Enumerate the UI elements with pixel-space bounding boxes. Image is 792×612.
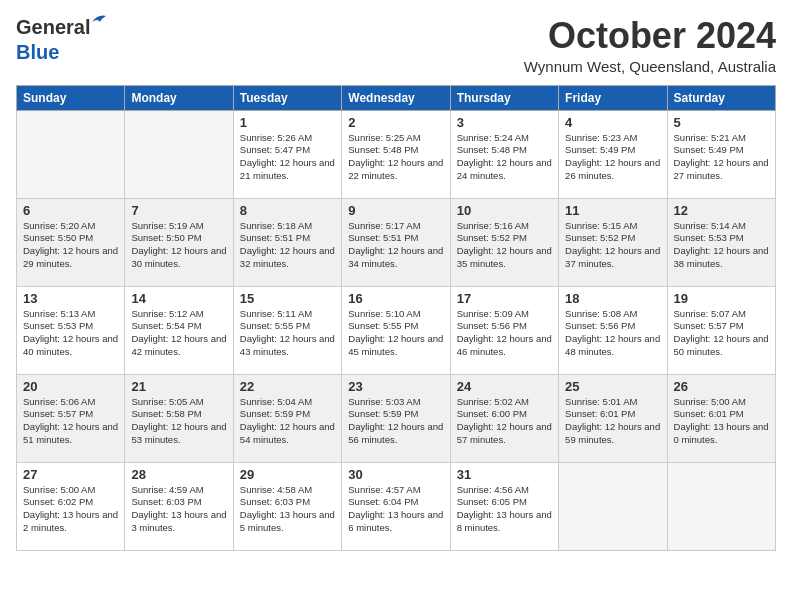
day-cell: 27Sunrise: 5:00 AMSunset: 6:02 PMDayligh… [17, 462, 125, 550]
day-info: Sunrise: 5:17 AMSunset: 5:51 PMDaylight:… [348, 220, 443, 271]
day-info: Sunrise: 5:26 AMSunset: 5:47 PMDaylight:… [240, 132, 335, 183]
day-number: 10 [457, 203, 552, 218]
day-cell: 2Sunrise: 5:25 AMSunset: 5:48 PMDaylight… [342, 110, 450, 198]
day-info: Sunrise: 5:09 AMSunset: 5:56 PMDaylight:… [457, 308, 552, 359]
day-cell: 15Sunrise: 5:11 AMSunset: 5:55 PMDayligh… [233, 286, 341, 374]
day-number: 23 [348, 379, 443, 394]
day-info: Sunrise: 5:18 AMSunset: 5:51 PMDaylight:… [240, 220, 335, 271]
day-info: Sunrise: 4:57 AMSunset: 6:04 PMDaylight:… [348, 484, 443, 535]
day-cell: 12Sunrise: 5:14 AMSunset: 5:53 PMDayligh… [667, 198, 775, 286]
day-info: Sunrise: 5:13 AMSunset: 5:53 PMDaylight:… [23, 308, 118, 359]
day-info: Sunrise: 5:02 AMSunset: 6:00 PMDaylight:… [457, 396, 552, 447]
day-number: 13 [23, 291, 118, 306]
day-number: 19 [674, 291, 769, 306]
col-header-wednesday: Wednesday [342, 85, 450, 110]
day-number: 29 [240, 467, 335, 482]
day-number: 2 [348, 115, 443, 130]
day-info: Sunrise: 5:12 AMSunset: 5:54 PMDaylight:… [131, 308, 226, 359]
day-info: Sunrise: 4:56 AMSunset: 6:05 PMDaylight:… [457, 484, 552, 535]
day-number: 5 [674, 115, 769, 130]
day-cell: 17Sunrise: 5:09 AMSunset: 5:56 PMDayligh… [450, 286, 558, 374]
week-row-3: 13Sunrise: 5:13 AMSunset: 5:53 PMDayligh… [17, 286, 776, 374]
day-number: 28 [131, 467, 226, 482]
day-cell: 18Sunrise: 5:08 AMSunset: 5:56 PMDayligh… [559, 286, 667, 374]
day-number: 27 [23, 467, 118, 482]
col-header-tuesday: Tuesday [233, 85, 341, 110]
day-cell: 4Sunrise: 5:23 AMSunset: 5:49 PMDaylight… [559, 110, 667, 198]
day-cell: 6Sunrise: 5:20 AMSunset: 5:50 PMDaylight… [17, 198, 125, 286]
day-cell: 5Sunrise: 5:21 AMSunset: 5:49 PMDaylight… [667, 110, 775, 198]
page-header: General Blue October 2024 Wynnum West, Q… [16, 16, 776, 75]
location-subtitle: Wynnum West, Queensland, Australia [524, 58, 776, 75]
day-cell: 30Sunrise: 4:57 AMSunset: 6:04 PMDayligh… [342, 462, 450, 550]
day-cell: 21Sunrise: 5:05 AMSunset: 5:58 PMDayligh… [125, 374, 233, 462]
day-cell: 1Sunrise: 5:26 AMSunset: 5:47 PMDaylight… [233, 110, 341, 198]
day-number: 16 [348, 291, 443, 306]
day-cell: 3Sunrise: 5:24 AMSunset: 5:48 PMDaylight… [450, 110, 558, 198]
day-cell [667, 462, 775, 550]
day-info: Sunrise: 5:14 AMSunset: 5:53 PMDaylight:… [674, 220, 769, 271]
day-number: 31 [457, 467, 552, 482]
day-info: Sunrise: 5:20 AMSunset: 5:50 PMDaylight:… [23, 220, 118, 271]
day-cell: 8Sunrise: 5:18 AMSunset: 5:51 PMDaylight… [233, 198, 341, 286]
week-row-1: 1Sunrise: 5:26 AMSunset: 5:47 PMDaylight… [17, 110, 776, 198]
day-cell: 10Sunrise: 5:16 AMSunset: 5:52 PMDayligh… [450, 198, 558, 286]
day-number: 22 [240, 379, 335, 394]
header-row: SundayMondayTuesdayWednesdayThursdayFrid… [17, 85, 776, 110]
day-number: 21 [131, 379, 226, 394]
day-info: Sunrise: 5:10 AMSunset: 5:55 PMDaylight:… [348, 308, 443, 359]
col-header-saturday: Saturday [667, 85, 775, 110]
day-info: Sunrise: 5:05 AMSunset: 5:58 PMDaylight:… [131, 396, 226, 447]
day-number: 11 [565, 203, 660, 218]
day-cell: 28Sunrise: 4:59 AMSunset: 6:03 PMDayligh… [125, 462, 233, 550]
day-cell [17, 110, 125, 198]
day-info: Sunrise: 5:03 AMSunset: 5:59 PMDaylight:… [348, 396, 443, 447]
day-info: Sunrise: 5:04 AMSunset: 5:59 PMDaylight:… [240, 396, 335, 447]
logo-blue-text: Blue [16, 41, 59, 63]
day-number: 8 [240, 203, 335, 218]
day-number: 7 [131, 203, 226, 218]
day-cell: 13Sunrise: 5:13 AMSunset: 5:53 PMDayligh… [17, 286, 125, 374]
day-cell: 25Sunrise: 5:01 AMSunset: 6:01 PMDayligh… [559, 374, 667, 462]
day-number: 9 [348, 203, 443, 218]
day-number: 24 [457, 379, 552, 394]
day-number: 15 [240, 291, 335, 306]
month-title: October 2024 [524, 16, 776, 56]
day-cell: 23Sunrise: 5:03 AMSunset: 5:59 PMDayligh… [342, 374, 450, 462]
day-number: 30 [348, 467, 443, 482]
logo: General Blue [16, 16, 90, 64]
day-number: 6 [23, 203, 118, 218]
day-cell: 29Sunrise: 4:58 AMSunset: 6:03 PMDayligh… [233, 462, 341, 550]
day-cell: 24Sunrise: 5:02 AMSunset: 6:00 PMDayligh… [450, 374, 558, 462]
week-row-4: 20Sunrise: 5:06 AMSunset: 5:57 PMDayligh… [17, 374, 776, 462]
calendar-table: SundayMondayTuesdayWednesdayThursdayFrid… [16, 85, 776, 551]
day-info: Sunrise: 4:59 AMSunset: 6:03 PMDaylight:… [131, 484, 226, 535]
day-info: Sunrise: 5:19 AMSunset: 5:50 PMDaylight:… [131, 220, 226, 271]
day-number: 25 [565, 379, 660, 394]
day-info: Sunrise: 5:16 AMSunset: 5:52 PMDaylight:… [457, 220, 552, 271]
day-info: Sunrise: 5:08 AMSunset: 5:56 PMDaylight:… [565, 308, 660, 359]
day-number: 20 [23, 379, 118, 394]
day-number: 18 [565, 291, 660, 306]
day-info: Sunrise: 5:23 AMSunset: 5:49 PMDaylight:… [565, 132, 660, 183]
day-number: 12 [674, 203, 769, 218]
day-number: 14 [131, 291, 226, 306]
day-cell: 20Sunrise: 5:06 AMSunset: 5:57 PMDayligh… [17, 374, 125, 462]
day-info: Sunrise: 5:06 AMSunset: 5:57 PMDaylight:… [23, 396, 118, 447]
day-info: Sunrise: 5:00 AMSunset: 6:02 PMDaylight:… [23, 484, 118, 535]
day-cell: 16Sunrise: 5:10 AMSunset: 5:55 PMDayligh… [342, 286, 450, 374]
day-cell: 19Sunrise: 5:07 AMSunset: 5:57 PMDayligh… [667, 286, 775, 374]
day-info: Sunrise: 5:07 AMSunset: 5:57 PMDaylight:… [674, 308, 769, 359]
week-row-5: 27Sunrise: 5:00 AMSunset: 6:02 PMDayligh… [17, 462, 776, 550]
day-number: 17 [457, 291, 552, 306]
day-number: 3 [457, 115, 552, 130]
day-cell: 11Sunrise: 5:15 AMSunset: 5:52 PMDayligh… [559, 198, 667, 286]
week-row-2: 6Sunrise: 5:20 AMSunset: 5:50 PMDaylight… [17, 198, 776, 286]
col-header-friday: Friday [559, 85, 667, 110]
day-cell: 26Sunrise: 5:00 AMSunset: 6:01 PMDayligh… [667, 374, 775, 462]
day-number: 4 [565, 115, 660, 130]
col-header-sunday: Sunday [17, 85, 125, 110]
day-cell: 31Sunrise: 4:56 AMSunset: 6:05 PMDayligh… [450, 462, 558, 550]
day-info: Sunrise: 5:21 AMSunset: 5:49 PMDaylight:… [674, 132, 769, 183]
logo-bird-icon [90, 12, 108, 26]
